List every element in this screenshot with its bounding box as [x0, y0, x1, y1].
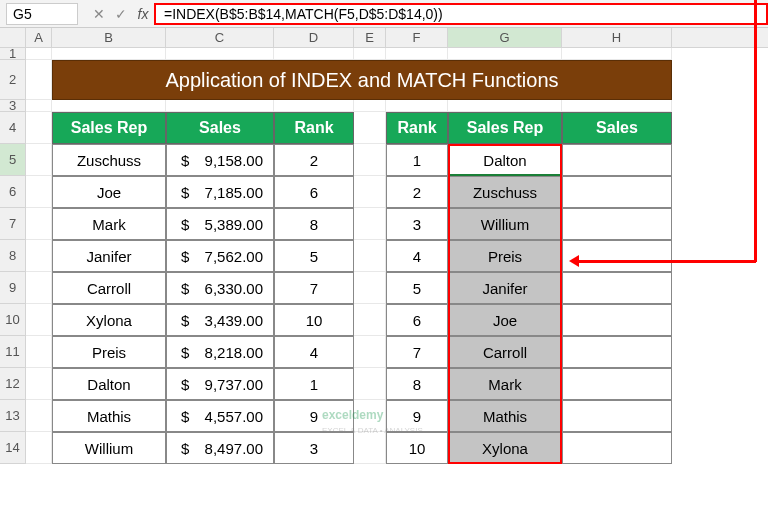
cell[interactable]: [354, 368, 386, 400]
cell-rank2[interactable]: 1: [386, 144, 448, 176]
cell-rep2[interactable]: Dalton: [448, 144, 562, 176]
cell[interactable]: [26, 400, 52, 432]
cell[interactable]: [354, 208, 386, 240]
col-header[interactable]: D: [274, 28, 354, 47]
cell-sales2[interactable]: [562, 176, 672, 208]
cell[interactable]: [274, 100, 354, 112]
cell[interactable]: [52, 48, 166, 60]
cell-rep2[interactable]: Preis: [448, 240, 562, 272]
cell[interactable]: [26, 432, 52, 464]
row-header[interactable]: 13: [0, 400, 26, 432]
header-sales-rep2[interactable]: Sales Rep: [448, 112, 562, 144]
row-header[interactable]: 12: [0, 368, 26, 400]
cell[interactable]: [26, 208, 52, 240]
cell-rank2[interactable]: 4: [386, 240, 448, 272]
cell-rank[interactable]: 1: [274, 368, 354, 400]
cell-rep[interactable]: Willium: [52, 432, 166, 464]
cell-rank[interactable]: 4: [274, 336, 354, 368]
header-sales-rep[interactable]: Sales Rep: [52, 112, 166, 144]
cell[interactable]: [448, 100, 562, 112]
cell[interactable]: [354, 240, 386, 272]
cell[interactable]: [26, 60, 52, 100]
header-sales[interactable]: Sales: [166, 112, 274, 144]
cell-rank[interactable]: 3: [274, 432, 354, 464]
cell[interactable]: [26, 240, 52, 272]
cell-sales[interactable]: $9,158.00: [166, 144, 274, 176]
col-header[interactable]: H: [562, 28, 672, 47]
row-header[interactable]: 2: [0, 60, 26, 100]
cell-rep[interactable]: Preis: [52, 336, 166, 368]
cell-rank2[interactable]: 10: [386, 432, 448, 464]
row-header[interactable]: 9: [0, 272, 26, 304]
header-rank[interactable]: Rank: [274, 112, 354, 144]
header-rank2[interactable]: Rank: [386, 112, 448, 144]
cell-sales2[interactable]: [562, 208, 672, 240]
row-header[interactable]: 6: [0, 176, 26, 208]
cell[interactable]: [354, 176, 386, 208]
cell[interactable]: [166, 100, 274, 112]
cell[interactable]: [274, 48, 354, 60]
cell-rep[interactable]: Zuschuss: [52, 144, 166, 176]
header-sales2[interactable]: Sales: [562, 112, 672, 144]
col-header[interactable]: F: [386, 28, 448, 47]
cell-sales[interactable]: $3,439.00: [166, 304, 274, 336]
cell[interactable]: [26, 368, 52, 400]
cell[interactable]: [354, 432, 386, 464]
cell-rep[interactable]: Dalton: [52, 368, 166, 400]
cell[interactable]: [26, 112, 52, 144]
cell-rank2[interactable]: 2: [386, 176, 448, 208]
cell[interactable]: [26, 336, 52, 368]
cell[interactable]: [354, 400, 386, 432]
cell-rep2[interactable]: Willium: [448, 208, 562, 240]
select-all-corner[interactable]: [0, 28, 26, 47]
col-header[interactable]: B: [52, 28, 166, 47]
cell-sales2[interactable]: [562, 144, 672, 176]
enter-icon[interactable]: ✓: [110, 6, 132, 22]
cell-rank[interactable]: 10: [274, 304, 354, 336]
col-header[interactable]: E: [354, 28, 386, 47]
cell-rank[interactable]: 9: [274, 400, 354, 432]
cell[interactable]: [354, 100, 386, 112]
col-header[interactable]: C: [166, 28, 274, 47]
cell[interactable]: [52, 100, 166, 112]
cell-sales2[interactable]: [562, 240, 672, 272]
cell-rank2[interactable]: 5: [386, 272, 448, 304]
cell[interactable]: [26, 176, 52, 208]
formula-input[interactable]: =INDEX(B$5:B$14,MATCH(F5,D$5:D$14,0)): [154, 3, 768, 25]
cell-rep2[interactable]: Xylona: [448, 432, 562, 464]
cell-sales2[interactable]: [562, 432, 672, 464]
cell-rep[interactable]: Mark: [52, 208, 166, 240]
row-header[interactable]: 4: [0, 112, 26, 144]
cell-sales[interactable]: $5,389.00: [166, 208, 274, 240]
cell[interactable]: [26, 304, 52, 336]
col-header[interactable]: A: [26, 28, 52, 47]
cell-rep[interactable]: Carroll: [52, 272, 166, 304]
row-header[interactable]: 10: [0, 304, 26, 336]
cell[interactable]: [26, 100, 52, 112]
cell[interactable]: [386, 48, 448, 60]
cancel-icon[interactable]: ✕: [88, 6, 110, 22]
row-header[interactable]: 8: [0, 240, 26, 272]
cell-rank[interactable]: 7: [274, 272, 354, 304]
row-header[interactable]: 7: [0, 208, 26, 240]
cell-sales[interactable]: $7,185.00: [166, 176, 274, 208]
cell[interactable]: [26, 48, 52, 60]
cell-sales2[interactable]: [562, 368, 672, 400]
cell[interactable]: [354, 272, 386, 304]
cell-rank2[interactable]: 9: [386, 400, 448, 432]
row-header[interactable]: 3: [0, 100, 26, 112]
cell-sales[interactable]: $9,737.00: [166, 368, 274, 400]
row-header[interactable]: 11: [0, 336, 26, 368]
cell-rep2[interactable]: Carroll: [448, 336, 562, 368]
cell-rep2[interactable]: Janifer: [448, 272, 562, 304]
cell[interactable]: [354, 336, 386, 368]
cell[interactable]: [448, 48, 562, 60]
cell-rep[interactable]: Joe: [52, 176, 166, 208]
cell-rank[interactable]: 6: [274, 176, 354, 208]
cell-rep2[interactable]: Joe: [448, 304, 562, 336]
cell[interactable]: [26, 144, 52, 176]
cell-sales[interactable]: $7,562.00: [166, 240, 274, 272]
name-box[interactable]: G5: [6, 3, 78, 25]
cell-rep[interactable]: Janifer: [52, 240, 166, 272]
cell-rank[interactable]: 8: [274, 208, 354, 240]
